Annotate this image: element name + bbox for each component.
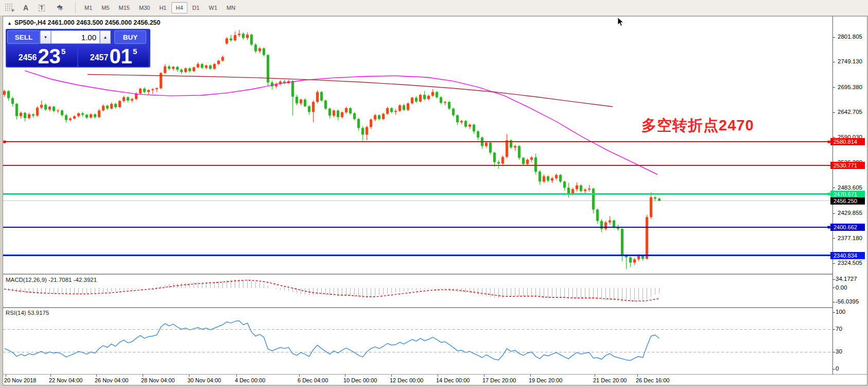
timeframe-button-d1[interactable]: D1	[188, 2, 204, 13]
candle-body	[407, 104, 409, 110]
candle-body	[633, 259, 636, 262]
candle-body	[530, 157, 533, 160]
timeframe-button-m5[interactable]: M5	[97, 2, 113, 13]
candle-body	[172, 67, 175, 69]
rsi-divider[interactable]	[3, 307, 832, 308]
candle-body	[378, 115, 380, 119]
timeframe-button-m1[interactable]: M1	[80, 2, 96, 13]
text-tool-icon[interactable]: A	[20, 2, 32, 13]
candle-body	[300, 99, 302, 103]
candle-body	[20, 113, 22, 116]
candle-body	[551, 178, 553, 181]
mouse-cursor	[617, 17, 624, 27]
candle-body	[493, 153, 496, 162]
candle-body	[477, 131, 479, 138]
candle-body	[123, 97, 125, 101]
candle-body	[415, 98, 418, 102]
price-axis-border	[832, 16, 833, 375]
candle-body	[106, 106, 109, 109]
time-axis-divider	[3, 374, 868, 375]
candle-body	[621, 229, 623, 256]
label-tool-icon[interactable]: T	[36, 2, 48, 13]
main-chart-plot[interactable]	[3, 16, 832, 274]
candle-body	[576, 185, 578, 189]
rsi-line	[5, 321, 659, 361]
candle-body	[448, 102, 450, 109]
candle-body	[547, 176, 549, 180]
candle-body	[57, 110, 59, 111]
timeframe-button-w1[interactable]: W1	[205, 2, 222, 13]
candle-body	[604, 222, 607, 229]
fibonacci-tool-glyph: F	[5, 3, 15, 12]
candle-body	[90, 114, 92, 117]
candle-body	[374, 115, 376, 120]
candle-body	[263, 48, 265, 55]
candle-body	[411, 98, 413, 104]
candle-body	[312, 102, 315, 112]
candle-body	[230, 39, 232, 41]
candle-body	[600, 221, 603, 229]
candle-body	[184, 69, 187, 72]
timeframe-button-mn[interactable]: MN	[222, 2, 239, 13]
candle-body	[28, 114, 30, 118]
candle-body	[543, 176, 545, 181]
svg-text:F: F	[12, 8, 14, 12]
candle-body	[271, 82, 273, 86]
candle-body	[188, 69, 191, 72]
candle-body	[217, 61, 220, 64]
candle-body	[403, 105, 405, 110]
line-handle[interactable]	[828, 193, 830, 195]
candle-body	[291, 81, 294, 96]
candle-body	[258, 48, 261, 52]
candle-body	[24, 113, 26, 118]
timeframe-button-h1[interactable]: H1	[155, 2, 170, 13]
candle-body	[596, 210, 599, 221]
line-handle[interactable]	[828, 226, 830, 228]
line-handle[interactable]	[4, 141, 6, 143]
candle-body	[501, 157, 504, 164]
shapes-tool-glyph	[56, 4, 64, 12]
candle-body	[526, 160, 529, 164]
candle-body	[444, 102, 446, 103]
candle-body	[32, 114, 34, 116]
candle-body	[436, 92, 438, 97]
candle-body	[40, 105, 43, 108]
candle-body	[584, 190, 586, 191]
timeframe-button-m15[interactable]: M15	[115, 2, 134, 13]
fibonacci-tool-icon[interactable]: F	[4, 2, 16, 13]
candle-body	[242, 33, 245, 38]
timeframe-button-m30[interactable]: M30	[135, 2, 154, 13]
candle-body	[98, 110, 100, 117]
candle-body	[559, 175, 562, 181]
candle-body	[555, 175, 558, 178]
candle-body	[654, 197, 656, 199]
candle-body	[164, 66, 166, 73]
candle-body	[65, 115, 67, 120]
shapes-tool-icon[interactable]: ▼	[51, 2, 69, 13]
timeframe-toolbar: M1M5M15M30H1H4D1W1MN	[80, 2, 240, 13]
candle-body	[36, 108, 39, 116]
rsi-label: RSI(14) 53.9175	[6, 310, 49, 316]
candle-body	[370, 120, 372, 127]
timeframe-button-h4[interactable]: H4	[171, 2, 187, 13]
candle-body	[522, 158, 525, 164]
candle-body	[213, 64, 216, 69]
candle-body	[324, 100, 327, 109]
macd-divider[interactable]	[3, 274, 832, 275]
rsi-plot[interactable]	[3, 308, 832, 374]
candle-body	[131, 99, 133, 100]
candle-body	[48, 107, 51, 110]
candle-body	[514, 146, 516, 147]
candle-body	[114, 104, 117, 107]
candle-body	[592, 189, 595, 209]
toolbar: F A T ▼ M1M5M15M30H1H4D1W1MN	[0, 0, 868, 16]
line-handle[interactable]	[828, 141, 830, 143]
candle-body	[427, 96, 430, 99]
candle-body	[534, 157, 537, 172]
candle-body	[333, 110, 335, 115]
candle-body	[489, 143, 492, 153]
candle-body	[328, 109, 331, 116]
macd-plot[interactable]	[3, 275, 832, 307]
annotation-text[interactable]: 多空转折点2470	[641, 115, 754, 136]
candle-body	[176, 67, 179, 70]
